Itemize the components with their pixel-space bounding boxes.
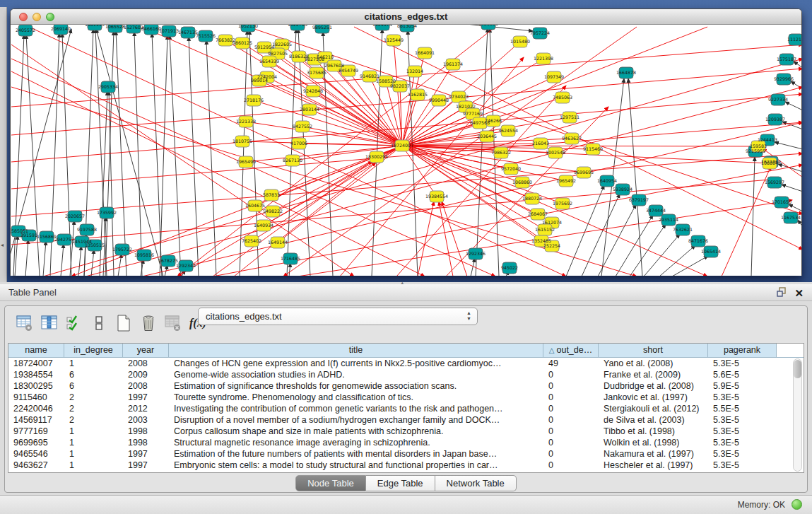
table-cell[interactable]: 0 [543, 414, 599, 426]
table-cell[interactable]: 5.3E-5 [708, 448, 777, 460]
select-column-button[interactable] [40, 313, 59, 333]
collapse-arrow-icon[interactable]: ◂ [1, 242, 4, 248]
table-cell[interactable]: 0 [543, 403, 599, 414]
delete-rows-button[interactable] [139, 313, 158, 333]
table-cell[interactable]: 0 [543, 448, 599, 460]
table-cell[interactable]: Stergiakouli et al. (2012) [599, 403, 708, 414]
table-cell[interactable]: Tourette syndrome. Phenomenology and cla… [169, 392, 543, 403]
table-cell[interactable]: 0 [543, 369, 599, 380]
table-cell[interactable]: 9115460 [8, 392, 64, 403]
table-cell[interactable]: 5.3E-5 [708, 460, 777, 471]
table-cell[interactable]: 2 [64, 392, 123, 403]
table-cell[interactable]: 14569117 [8, 414, 64, 426]
table-cell[interactable]: 19384554 [8, 369, 64, 380]
table-cell[interactable]: Yano et al. (2008) [599, 358, 708, 369]
column-header[interactable]: name [8, 344, 64, 358]
table-row[interactable]: 1830029562008Estimation of significance … [8, 380, 804, 392]
table-cell[interactable]: 5.3E-5 [708, 358, 777, 369]
close-panel-icon[interactable]: ✕ [794, 288, 804, 299]
table-row[interactable]: 1872400712008Changes of HCN gene express… [8, 358, 804, 369]
left-panel-divider[interactable]: ◂ [0, 7, 7, 282]
network-canvas[interactable]: 2405572206914016619151065528152760284661… [11, 25, 801, 276]
table-cell[interactable]: 1 [64, 460, 123, 471]
table-cell[interactable]: 0 [543, 392, 599, 403]
column-header[interactable]: short [599, 344, 708, 358]
table-options-button[interactable] [15, 313, 35, 333]
table-cell[interactable]: 2008 [123, 380, 169, 392]
table-cell[interactable]: Franke et al. (2009) [599, 369, 708, 380]
window-titlebar[interactable]: citations_edges.txt [11, 9, 801, 25]
table-cell[interactable]: 2 [64, 403, 123, 414]
network-window[interactable]: citations_edges.txt 24055722069140166191… [10, 8, 802, 276]
table-cell[interactable]: 6 [64, 369, 123, 380]
table-row[interactable]: 1456911722003Disruption of a novel membe… [8, 414, 804, 426]
table-cell[interactable]: 0 [543, 426, 599, 437]
column-header[interactable]: pagerank [708, 344, 777, 358]
table-cell[interactable]: 6 [64, 380, 123, 392]
table-cell[interactable]: 2 [64, 414, 123, 426]
table-cell[interactable]: 9463627 [8, 460, 64, 471]
table-cell[interactable]: Nakamura et al. (1997) [599, 448, 708, 460]
table-cell[interactable]: 5.3E-5 [708, 392, 777, 403]
table-cell[interactable]: de Silva et al. (2003) [599, 414, 708, 426]
table-row[interactable]: 946362711997Embryonic stem cells: a mode… [8, 460, 804, 471]
tab-edge-table[interactable]: Edge Table [366, 475, 435, 491]
table-cell[interactable]: 5.3E-5 [708, 426, 777, 437]
table-cell[interactable]: Embryonic stem cells: a model to study s… [169, 460, 543, 471]
table-row[interactable]: 946554611997Estimation of the future num… [8, 448, 804, 460]
table-cell[interactable]: Tibbo et al. (1998) [599, 426, 708, 437]
table-cell[interactable]: Disruption of a novel member of a sodium… [169, 414, 543, 426]
tab-network-table[interactable]: Network Table [435, 475, 517, 491]
table-cell[interactable]: 1998 [123, 426, 169, 437]
table-cell[interactable]: 9465546 [8, 448, 64, 460]
table-cell[interactable]: 2003 [123, 414, 169, 426]
table-row[interactable]: 911546021997Tourette syndrome. Phenomeno… [8, 392, 804, 403]
table-cell[interactable]: 2009 [123, 369, 169, 380]
table-cell[interactable]: 2012 [123, 403, 169, 414]
column-header[interactable]: year [123, 344, 169, 358]
table-cell[interactable]: 5.3E-5 [708, 437, 777, 448]
table-row[interactable]: 1938455462009Genome-wide association stu… [8, 369, 804, 380]
table-cell[interactable]: 1 [64, 437, 123, 448]
table-cell[interactable]: Changes of HCN gene expression and I(f) … [169, 358, 543, 369]
split-panel-button[interactable] [89, 313, 109, 333]
create-table-button[interactable] [114, 313, 134, 333]
table-cell[interactable]: 1 [64, 358, 123, 369]
table-cell[interactable]: 9699695 [8, 437, 64, 448]
table-cell[interactable]: 18300295 [8, 380, 64, 392]
scrollbar-thumb[interactable] [794, 360, 801, 378]
table-cell[interactable]: Estimation of significance thresholds fo… [169, 380, 543, 392]
column-header[interactable]: in_degree [64, 344, 123, 358]
table-cell[interactable]: 1998 [123, 437, 169, 448]
table-selector[interactable]: citations_edges.txt ▲▼ [198, 308, 478, 325]
tab-node-table[interactable]: Node Table [295, 475, 366, 491]
table-scrollbar[interactable] [793, 358, 802, 472]
table-cell[interactable]: Dudbridge et al. (2008) [599, 380, 708, 392]
table-cell[interactable]: 5.9E-5 [708, 380, 777, 392]
table-cell[interactable]: 9777169 [8, 426, 64, 437]
table-cell[interactable]: Investigating the contribution of common… [169, 403, 543, 414]
table-cell[interactable]: 5.3E-5 [708, 414, 777, 426]
table-cell[interactable]: Estimation of the future numbers of pati… [169, 448, 543, 460]
table-cell[interactable]: 18724007 [8, 358, 64, 369]
table-cell[interactable]: Wolkin et al. (1998) [599, 437, 708, 448]
table-cell[interactable]: 5.6E-5 [708, 369, 777, 380]
float-panel-icon[interactable] [776, 286, 787, 300]
table-cell[interactable]: 5.5E-5 [708, 403, 777, 414]
table-cell[interactable]: 1 [64, 448, 123, 460]
column-header[interactable]: △out_de… [543, 344, 599, 358]
table-cell[interactable]: 1997 [123, 460, 169, 471]
select-rows-button[interactable] [64, 313, 84, 333]
node-table[interactable]: namein_degreeyeartitle△out_de…shortpager… [8, 343, 804, 473]
table-cell[interactable]: 49 [543, 358, 599, 369]
table-cell[interactable]: 1 [64, 426, 123, 437]
table-cell[interactable]: Jankovic et al. (1997) [599, 392, 708, 403]
table-cell[interactable]: 1997 [123, 448, 169, 460]
table-cell[interactable]: 2008 [123, 358, 169, 369]
delete-table-button[interactable] [163, 313, 183, 333]
table-row[interactable]: 2242004622012Investigating the contribut… [8, 403, 804, 414]
table-row[interactable]: 977716911998Corpus callosum shape and si… [8, 426, 804, 437]
table-cell[interactable]: Hescheler et al. (1997) [599, 460, 708, 471]
table-cell[interactable]: Structural magnetic resonance image aver… [169, 437, 543, 448]
table-cell[interactable]: 0 [543, 380, 599, 392]
